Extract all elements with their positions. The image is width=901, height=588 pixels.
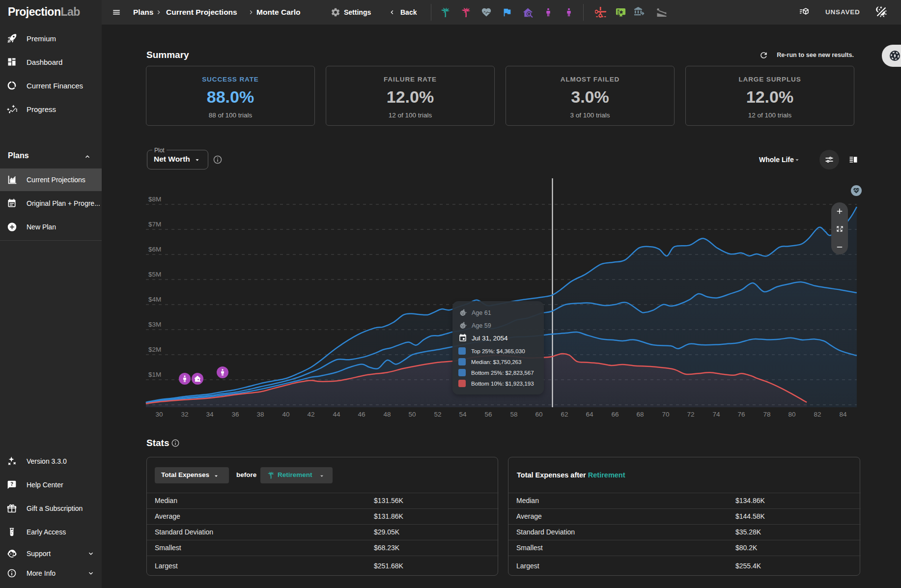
- svg-text:$7M: $7M: [148, 221, 161, 228]
- svg-text:32: 32: [181, 411, 188, 418]
- svg-text:84: 84: [839, 411, 847, 418]
- svg-text:56: 56: [484, 411, 492, 418]
- svg-text:80: 80: [788, 411, 795, 418]
- svg-text:70: 70: [662, 411, 669, 418]
- svg-text:74: 74: [712, 411, 720, 418]
- svg-text:30: 30: [155, 411, 163, 418]
- svg-text:60: 60: [535, 411, 542, 418]
- svg-text:58: 58: [510, 411, 517, 418]
- svg-text:62: 62: [561, 411, 568, 418]
- svg-text:42: 42: [307, 411, 314, 418]
- svg-text:76: 76: [737, 411, 745, 418]
- svg-text:$2M: $2M: [148, 346, 161, 353]
- svg-text:68: 68: [636, 411, 644, 418]
- svg-text:44: 44: [333, 411, 340, 418]
- svg-text:36: 36: [231, 411, 239, 418]
- svg-text:54: 54: [459, 411, 467, 418]
- svg-text:$5M: $5M: [148, 271, 161, 278]
- svg-text:34: 34: [206, 411, 214, 418]
- svg-text:50: 50: [408, 411, 416, 418]
- svg-text:82: 82: [814, 411, 821, 418]
- svg-text:38: 38: [256, 411, 264, 418]
- svg-text:46: 46: [358, 411, 365, 418]
- svg-text:$8M: $8M: [148, 196, 161, 203]
- svg-text:64: 64: [586, 411, 593, 418]
- svg-text:$4M: $4M: [148, 296, 161, 303]
- svg-text:40: 40: [282, 411, 289, 418]
- svg-text:$3M: $3M: [148, 321, 161, 328]
- svg-text:72: 72: [687, 411, 694, 418]
- svg-text:78: 78: [763, 411, 770, 418]
- svg-text:$6M: $6M: [148, 246, 161, 253]
- svg-text:$1M: $1M: [148, 371, 161, 378]
- svg-text:66: 66: [611, 411, 619, 418]
- svg-text:52: 52: [434, 411, 441, 418]
- svg-text:48: 48: [383, 411, 391, 418]
